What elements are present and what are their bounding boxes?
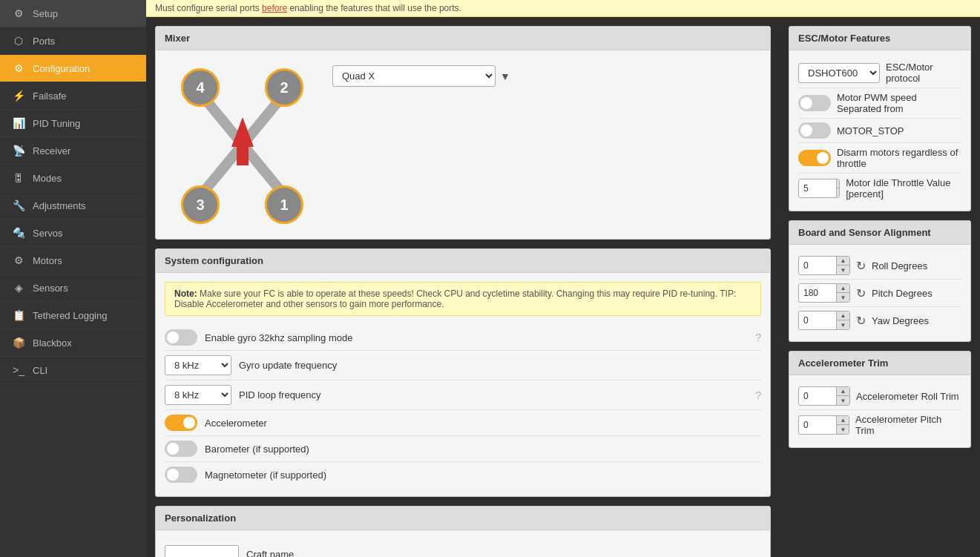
yaw-spinners: ▲ ▼: [836, 312, 849, 329]
gyro32-help-icon[interactable]: ?: [755, 332, 761, 343]
sidebar-item-blackbox[interactable]: 📦 Blackbox: [0, 329, 146, 357]
pitch-input[interactable]: [799, 285, 836, 301]
yaw-input[interactable]: [799, 312, 836, 329]
pitch-up-btn[interactable]: ▲: [836, 284, 849, 293]
mixer-type-select[interactable]: Tricopter Quad + Quad X Bicopter Y6 Hex …: [332, 65, 496, 87]
sidebar-item-configuration[interactable]: ⚙ Configuration: [0, 55, 146, 82]
roll-trim-spinners: ▲ ▼: [836, 387, 849, 405]
roll-trim-wrap: ▲ ▼: [798, 386, 850, 406]
right-panel: ESC/Motor Features PWM ONESHOT125 DSHOT1…: [780, 17, 980, 557]
mixer-panel-header: Mixer: [156, 27, 770, 50]
gyro32-thumb: [167, 332, 179, 343]
yaw-row: ▲ ▼ ↻ Yaw Degrees: [798, 307, 961, 334]
motor-pwm-label: Motor PWM speed Separated from: [837, 92, 961, 114]
magnetometer-toggle[interactable]: [165, 467, 197, 483]
motor-stop-row: MOTOR_STOP: [798, 119, 961, 143]
pitch-row: ▲ ▼ ↻ Pitch Degrees: [798, 280, 961, 307]
esc-protocol-select[interactable]: PWM ONESHOT125 DSHOT150 DSHOT300 DSHOT60…: [798, 63, 880, 83]
gyro32-toggle[interactable]: [165, 329, 197, 346]
pitch-trim-spinners: ▲ ▼: [836, 416, 849, 434]
yaw-label: Yaw Degrees: [872, 315, 929, 326]
motor-pwm-toggle[interactable]: [798, 95, 831, 111]
pitch-down-btn[interactable]: ▼: [836, 293, 849, 302]
sidebar-item-setup[interactable]: ⚙ Setup: [0, 0, 146, 27]
roll-up-btn[interactable]: ▲: [836, 257, 849, 266]
pid-freq-select[interactable]: 1 kHz 2 kHz 4 kHz 8 kHz 16 kHz 32 kHz: [165, 385, 231, 405]
roll-trim-label: Accelerometer Roll Trim: [856, 391, 959, 402]
warning-link[interactable]: before: [262, 3, 287, 13]
motor-idle-spinners: ▲ ▼: [836, 179, 840, 197]
pid-freq-help-icon[interactable]: ?: [755, 389, 761, 401]
sidebar-item-adjustments[interactable]: 🔧 Adjustments: [0, 192, 146, 220]
barometer-row: Barometer (if supported): [165, 436, 761, 462]
sidebar-item-tethered-logging[interactable]: 📋 Tethered Logging: [0, 302, 146, 329]
roll-down-btn[interactable]: ▼: [836, 266, 849, 274]
yaw-up-btn[interactable]: ▲: [836, 312, 849, 320]
mixer-dropdown-arrow: ▼: [500, 70, 510, 82]
yaw-down-btn[interactable]: ▼: [836, 320, 849, 329]
warning-text-before: Must configure serial ports: [155, 3, 262, 13]
board-sensor-title: Board and Sensor Alignment: [798, 227, 931, 238]
roll-spinners: ▲ ▼: [836, 257, 849, 274]
sidebar-item-pid-tuning[interactable]: 📊 PID Tuning: [0, 110, 146, 137]
personalization-header: Personalization: [156, 507, 770, 530]
barometer-thumb: [167, 443, 179, 455]
sidebar-item-modes[interactable]: 🎛 Modes: [0, 165, 146, 192]
roll-trim-up-btn[interactable]: ▲: [836, 387, 849, 396]
motor-2: 2: [265, 68, 303, 107]
accelerometer-track: [165, 415, 197, 431]
gyro32-label: Enable gyro 32khz sampling mode: [205, 332, 352, 343]
sidebar-item-sensors[interactable]: ◈ Sensors: [0, 274, 146, 302]
mixer-title: Mixer: [165, 33, 190, 44]
pitch-icon: ↻: [856, 286, 866, 300]
system-config-header: System configuration: [156, 249, 770, 273]
sidebar-label-failsafe: Failsafe: [33, 90, 67, 102]
pitch-trim-down-btn[interactable]: ▼: [836, 425, 849, 434]
accel-trim-section: Accelerometer Trim ▲ ▼ Accelerometer Rol…: [789, 351, 971, 448]
sidebar-label-sensors: Sensors: [33, 283, 68, 294]
pitch-trim-up-btn[interactable]: ▲: [836, 416, 849, 425]
sidebar-label-motors: Motors: [33, 255, 62, 266]
configuration-icon: ⚙: [12, 62, 25, 74]
sidebar-label-ports: Ports: [33, 36, 55, 47]
roll-trim-input[interactable]: [799, 388, 836, 404]
roll-icon: ↻: [856, 259, 866, 273]
craft-name-input[interactable]: [165, 545, 239, 557]
main-content: Must configure serial ports before enabl…: [146, 0, 980, 557]
accelerometer-toggle[interactable]: [165, 415, 197, 431]
disarm-label: Disarm motors regardless of throttle: [837, 147, 961, 169]
tethered-logging-icon: 📋: [12, 309, 25, 321]
mixer-type-select-area: Tricopter Quad + Quad X Bicopter Y6 Hex …: [332, 59, 510, 87]
motor-idle-input[interactable]: [799, 180, 836, 197]
sidebar-item-failsafe[interactable]: ⚡ Failsafe: [0, 82, 146, 110]
motor-idle-up-btn[interactable]: ▲: [836, 179, 840, 188]
top-warning-bar: Must configure serial ports before enabl…: [146, 0, 980, 17]
pitch-trim-input[interactable]: [799, 417, 836, 433]
disarm-toggle[interactable]: [798, 150, 831, 166]
motor-pwm-track: [798, 95, 831, 111]
pitch-trim-label: Accelerometer Pitch Trim: [855, 414, 961, 436]
roll-trim-down-btn[interactable]: ▼: [836, 396, 849, 405]
sidebar-item-receiver[interactable]: 📡 Receiver: [0, 137, 146, 165]
barometer-toggle[interactable]: [165, 441, 197, 457]
motor-3: 3: [181, 185, 220, 224]
gyro-freq-row: 1 kHz 2 kHz 4 kHz 8 kHz 16 kHz 32 kHz Gy…: [165, 351, 761, 380]
sensors-icon: ◈: [12, 282, 25, 294]
roll-input[interactable]: [799, 257, 836, 274]
sidebar-item-servos[interactable]: 🔩 Servos: [0, 220, 146, 247]
motor-pwm-thumb: [800, 97, 812, 109]
motor-stop-toggle[interactable]: [798, 122, 831, 139]
quad-diagram: 2 4 1 3: [165, 59, 320, 230]
gyro-freq-select[interactable]: 1 kHz 2 kHz 4 kHz 8 kHz 16 kHz 32 kHz: [165, 355, 231, 375]
sidebar-label-servos: Servos: [33, 228, 62, 239]
motor-idle-down-btn[interactable]: ▼: [836, 188, 840, 197]
roll-input-wrap: ▲ ▼: [798, 256, 850, 275]
accelerometer-row: Accelerometer: [165, 410, 761, 436]
sidebar-item-cli[interactable]: >_ CLI: [0, 357, 146, 384]
craft-name-row: Craft name: [165, 539, 761, 557]
sidebar-item-motors[interactable]: ⚙ Motors: [0, 247, 146, 274]
sidebar-item-ports[interactable]: ⬡ Ports: [0, 27, 146, 55]
roll-row: ▲ ▼ ↻ Roll Degrees: [798, 252, 961, 280]
sidebar-label-tethered-logging: Tethered Logging: [33, 310, 107, 321]
esc-motor-section: ESC/Motor Features PWM ONESHOT125 DSHOT1…: [789, 26, 971, 211]
